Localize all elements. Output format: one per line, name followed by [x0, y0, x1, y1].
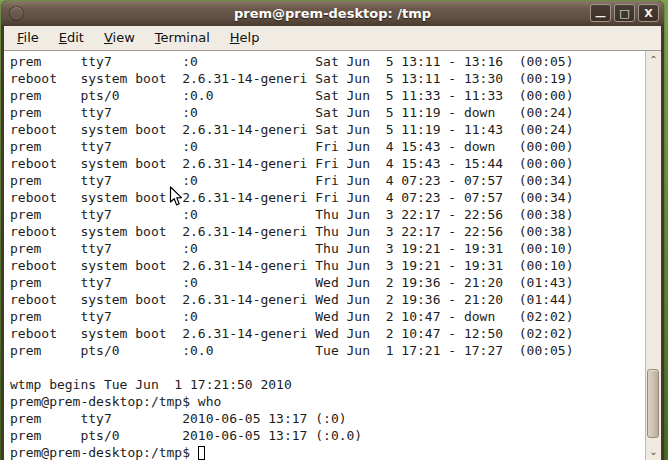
- desktop: { "window": { "title": "prem@prem-deskto…: [0, 0, 668, 460]
- menu-file[interactable]: File: [7, 28, 49, 48]
- terminal-area: prem tty7 :0 Sat Jun 5 13:11 - 13:16 (00…: [4, 51, 661, 460]
- terminal-window: prem@prem-desktop: /tmp — □ X File Edit …: [1, 1, 664, 460]
- chevron-up-icon: ⌃: [649, 54, 657, 65]
- menu-view[interactable]: View: [94, 28, 145, 48]
- maximize-button[interactable]: □: [614, 4, 635, 22]
- menu-bar: File Edit View Terminal Help: [4, 26, 661, 51]
- minimize-button[interactable]: —: [590, 4, 611, 22]
- terminal-output: prem tty7 :0 Sat Jun 5 13:11 - 13:16 (00…: [10, 53, 645, 444]
- scroll-up-button[interactable]: ⌃: [646, 53, 661, 66]
- minimize-icon: —: [595, 11, 606, 22]
- scrollbar-thumb[interactable]: [647, 369, 659, 438]
- shell-prompt: prem@prem-desktop:/tmp$: [10, 444, 198, 460]
- menu-edit[interactable]: Edit: [49, 28, 94, 48]
- window-titlebar[interactable]: prem@prem-desktop: /tmp — □ X: [1, 1, 664, 26]
- chevron-down-icon: ⌄: [649, 446, 657, 457]
- terminal-text-cursor: [198, 446, 205, 460]
- close-icon: X: [644, 8, 652, 19]
- terminal-viewport[interactable]: prem tty7 :0 Sat Jun 5 13:11 - 13:16 (00…: [4, 51, 645, 460]
- close-button[interactable]: X: [638, 4, 659, 22]
- vertical-scrollbar[interactable]: ⌃ ⌄: [645, 51, 661, 460]
- window-controls: — □ X: [590, 4, 659, 22]
- window-menu-icon[interactable]: [9, 6, 24, 21]
- scroll-down-button[interactable]: ⌄: [646, 445, 661, 458]
- menu-terminal[interactable]: Terminal: [145, 28, 220, 48]
- maximize-icon: □: [619, 8, 629, 19]
- menu-help[interactable]: Help: [220, 28, 270, 48]
- window-title: prem@prem-desktop: /tmp: [1, 6, 664, 21]
- shell-prompt-line: prem@prem-desktop:/tmp$: [10, 444, 645, 460]
